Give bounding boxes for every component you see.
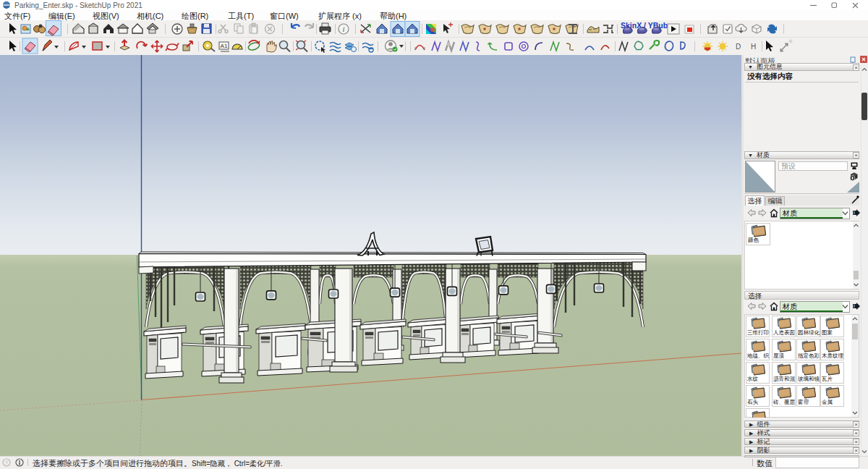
svg-text:D: D [736,43,741,51]
svg-text:A1: A1 [221,43,228,49]
svg-text:?: ? [5,460,9,466]
svg-text:i: i [342,25,344,33]
svg-text:H: H [751,43,756,51]
